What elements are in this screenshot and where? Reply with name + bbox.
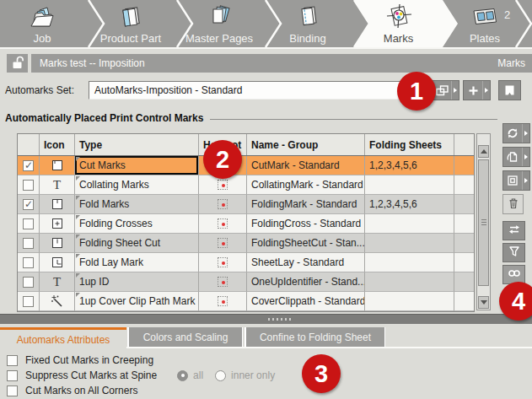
table-row-fold-marks[interactable]: Fold Marks FoldingMark - Standard 1,2,3,… bbox=[18, 195, 474, 214]
type-cell[interactable]: Fold Marks bbox=[75, 195, 199, 214]
tab-product-part-label: Product Part bbox=[100, 32, 161, 45]
tab-master-pages-label: Master Pages bbox=[185, 32, 253, 45]
flip-page-dropdown-arrow[interactable] bbox=[522, 148, 529, 166]
delete-mark-button[interactable] bbox=[502, 194, 524, 214]
type-cell[interactable]: Collating Marks bbox=[75, 175, 199, 195]
automarks-set-field[interactable]: AutoMarks-Imposition - Standard bbox=[89, 81, 426, 100]
tab-confine-to-folding-sheet-label: Confine to Folding Sheet bbox=[260, 332, 371, 343]
tab-confine-to-folding-sheet[interactable]: Confine to Folding Sheet bbox=[245, 327, 385, 347]
folding-sheets-cell bbox=[365, 272, 454, 292]
fixed-cut-marks-checkbox[interactable] bbox=[7, 355, 18, 366]
header-name-group[interactable]: Name - Group bbox=[247, 134, 365, 155]
save-set-icon bbox=[500, 81, 519, 100]
hotspot-target-icon[interactable] bbox=[218, 180, 228, 190]
header-type[interactable]: Type bbox=[75, 134, 199, 155]
table-row-fold-lay-mark[interactable]: Fold Lay Mark SheetLay - Standard bbox=[18, 253, 474, 272]
tab-colors-and-scaling[interactable]: Colors and Scaling bbox=[127, 327, 243, 347]
swap-button[interactable] bbox=[502, 221, 525, 240]
lock-button[interactable] bbox=[7, 54, 28, 73]
table-row-1up-id[interactable]: T 1up ID OneUpIdentifier - Stand... bbox=[18, 272, 474, 292]
scroll-down-button[interactable] bbox=[478, 296, 489, 309]
infinity-icon bbox=[507, 267, 522, 282]
sync-dropdown-arrow[interactable] bbox=[522, 124, 529, 143]
tab-binding[interactable]: Binding bbox=[266, 0, 350, 47]
save-automarks-set-button[interactable] bbox=[498, 80, 521, 100]
type-cell[interactable]: Folding Crosses bbox=[75, 214, 199, 234]
swap-horizontal-icon bbox=[508, 223, 521, 239]
flip-page-button[interactable] bbox=[502, 147, 530, 167]
add-automarks-set-button[interactable] bbox=[463, 80, 491, 100]
radio-inner-only[interactable] bbox=[215, 370, 226, 381]
row-checkbox[interactable] bbox=[23, 199, 34, 210]
plates-count-badge: 2 bbox=[504, 8, 510, 21]
hotspot-target-icon[interactable] bbox=[218, 218, 228, 229]
name-group-cell: CollatingMark - Standard bbox=[247, 175, 365, 195]
product-part-icon bbox=[116, 2, 145, 32]
sync-marks-button[interactable] bbox=[502, 123, 530, 143]
scroll-up-button[interactable] bbox=[478, 145, 489, 158]
radio-all[interactable] bbox=[177, 370, 188, 381]
open-padlock-icon bbox=[10, 55, 25, 73]
panel-splitter[interactable] bbox=[0, 314, 532, 324]
folding-sheets-cell: 1,2,3,4,5,6 bbox=[365, 156, 454, 175]
add-set-dropdown-arrow[interactable] bbox=[482, 81, 490, 100]
scrollbar-thumb[interactable] bbox=[478, 159, 489, 286]
tab-job[interactable]: Job bbox=[0, 0, 84, 47]
type-cell[interactable]: 1up ID bbox=[75, 272, 199, 292]
row-checkbox[interactable] bbox=[23, 296, 34, 307]
row-checkbox[interactable] bbox=[23, 277, 34, 288]
table-row-folding-crosses[interactable]: Folding Crosses FoldingCross - Standard bbox=[18, 214, 474, 234]
filter-funnel-icon bbox=[508, 245, 521, 261]
tab-colors-and-scaling-label: Colors and Scaling bbox=[143, 332, 228, 343]
type-cell[interactable]: Cut Marks bbox=[75, 156, 199, 175]
folding-cross-icon bbox=[40, 214, 75, 234]
tab-plates[interactable]: Plates bbox=[443, 0, 527, 47]
table-row-1up-cover-clip-path[interactable]: 1up Cover Clip Path Mark CoverClippath -… bbox=[18, 292, 474, 311]
frame-dropdown-arrow[interactable] bbox=[522, 171, 529, 190]
splitter-grip-icon bbox=[268, 318, 292, 321]
attributes-tab-bar: Automarks Attributes Colors and Scaling … bbox=[0, 327, 532, 347]
row-checkbox[interactable] bbox=[23, 218, 34, 229]
hotspot-target-icon[interactable] bbox=[218, 277, 228, 287]
type-cell[interactable]: Fold Lay Mark bbox=[75, 253, 199, 272]
tab-master-pages[interactable]: Master Pages bbox=[177, 0, 261, 47]
table-row-collating-marks[interactable]: T Collating Marks CollatingMark - Standa… bbox=[18, 175, 474, 195]
binding-icon bbox=[293, 2, 322, 32]
row-checkbox[interactable] bbox=[23, 160, 34, 171]
tab-automarks-attributes[interactable]: Automarks Attributes bbox=[0, 327, 126, 350]
folding-sheets-cell bbox=[365, 234, 454, 253]
clip-path-wand-icon bbox=[40, 292, 75, 311]
filter-button[interactable] bbox=[502, 243, 525, 262]
hotspot-target-icon[interactable] bbox=[218, 199, 228, 209]
marks-register-icon bbox=[384, 2, 414, 32]
hotspot-target-icon[interactable] bbox=[218, 296, 228, 306]
row-checkbox[interactable] bbox=[23, 180, 34, 191]
copy-set-dropdown-arrow[interactable] bbox=[451, 81, 459, 100]
table-scrollbar[interactable] bbox=[476, 133, 491, 310]
text-t-icon: T bbox=[40, 272, 75, 292]
table-row-cut-marks[interactable]: Cut Marks CutMark - Standard 1,2,3,4,5,6 bbox=[18, 156, 474, 175]
cut-marks-all-corners-checkbox[interactable] bbox=[7, 386, 18, 396]
table-row-folding-sheet-cut[interactable]: Folding Sheet Cut FoldingSheetCut - Stan… bbox=[18, 234, 474, 253]
hotspot-target-icon[interactable] bbox=[218, 257, 228, 267]
header-folding-sheets[interactable]: Folding Sheets bbox=[365, 134, 454, 155]
type-cell[interactable]: Folding Sheet Cut bbox=[75, 234, 199, 253]
plates-icon bbox=[470, 2, 500, 32]
type-cell[interactable]: 1up Cover Clip Path Mark bbox=[75, 292, 199, 311]
row-checkbox[interactable] bbox=[23, 257, 34, 268]
suppress-cut-marks-checkbox[interactable] bbox=[7, 370, 18, 381]
flip-page-icon bbox=[503, 148, 522, 166]
callout-3: 3 bbox=[302, 354, 341, 393]
radio-inner-only-label: inner only bbox=[231, 369, 275, 381]
row-checkbox[interactable] bbox=[23, 238, 34, 249]
folding-sheets-cell bbox=[365, 214, 454, 234]
tab-marks[interactable]: Marks bbox=[354, 0, 443, 47]
folding-sheets-cell: 1,2,3,4,5,6 bbox=[365, 195, 454, 214]
folding-sheets-cell bbox=[365, 253, 454, 272]
tab-product-part[interactable]: Product Part bbox=[89, 0, 173, 47]
name-group-cell: FoldingSheetCut - Stan... bbox=[247, 234, 365, 253]
hotspot-target-icon[interactable] bbox=[218, 238, 228, 248]
frame-button[interactable] bbox=[502, 170, 530, 191]
section-divider bbox=[210, 119, 497, 120]
folding-sheets-cell bbox=[365, 292, 454, 311]
